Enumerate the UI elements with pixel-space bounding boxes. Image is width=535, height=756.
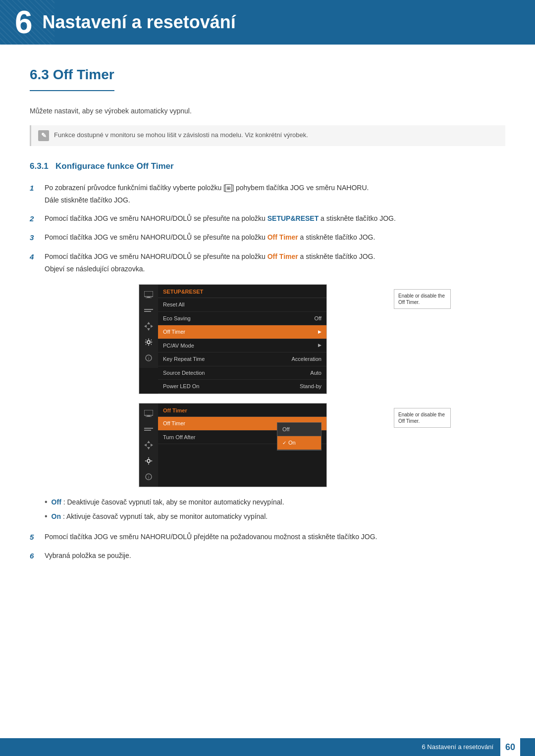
svg-rect-3	[144, 309, 153, 310]
svg-text:i: i	[148, 356, 149, 361]
icon-monitor-2	[144, 408, 154, 418]
step-subline: Objeví se následující obrazovka.	[45, 264, 505, 274]
subsection-number: 6.3.1	[30, 161, 49, 171]
osd-screenshot-2: i Off Timer Off Timer Turn Off After	[139, 403, 327, 487]
icon-info: i	[144, 353, 154, 363]
note-box: ✎ Funkce dostupné v monitoru se mohou li…	[30, 125, 505, 146]
svg-marker-7	[144, 325, 147, 328]
menu-header-1: SETUP&RESET	[158, 285, 326, 299]
chapter-number: 6	[15, 6, 33, 38]
tooltip-2: Enable or disable the Off Timer.	[394, 408, 451, 428]
menu-content-1: SETUP&RESET Reset All Eco Saving Off Off…	[158, 285, 326, 394]
step-content: Pomocí tlačítka JOG ve směru NAHORU/DOLŮ…	[45, 213, 505, 224]
icon-arrows-2	[144, 440, 154, 450]
screenshot1-wrapper: i SETUP&RESET Reset All Eco Saving Off	[139, 284, 386, 394]
svg-rect-13	[147, 415, 150, 416]
icon-monitor	[144, 290, 154, 300]
dropdown-overlay: Off ✓ On	[277, 422, 321, 451]
svg-rect-1	[147, 297, 150, 298]
step-content: Po zobrazení průvodce funkčními tlačítky…	[45, 183, 505, 205]
icon-arrows	[144, 321, 154, 331]
dropdown-item-on: ✓ On	[277, 436, 321, 450]
step-number-6: 6	[30, 551, 40, 562]
footer-bar: 6 Nastavení a resetování 60	[0, 738, 535, 756]
bullet-text-on: : Aktivuje časovač vypnutí tak, aby se m…	[63, 512, 268, 520]
step-item-5: 5 Pomocí tlačítka JOG ve směru NAHORU/DO…	[30, 532, 505, 543]
svg-marker-19	[144, 444, 147, 447]
menu-content-2: Off Timer Off Timer Turn Off After Off ✓…	[158, 403, 326, 445]
step-content-5: Pomocí tlačítka JOG ve směru NAHORU/DOLŮ…	[45, 532, 505, 542]
chapter-title: Nastavení a resetování	[43, 9, 236, 36]
sidebar-icons-2: i	[139, 403, 158, 487]
svg-rect-12	[144, 410, 153, 415]
icon-gear	[144, 337, 154, 347]
step-number: 1	[30, 183, 40, 194]
main-content: 6.3 Off Timer Můžete nastavit, aby se vý…	[0, 45, 535, 609]
icon-brightness	[144, 305, 154, 315]
note-icon: ✎	[38, 130, 49, 141]
svg-rect-14	[146, 416, 152, 417]
footer-page: 60	[500, 738, 520, 756]
step-item: 2 Pomocí tlačítka JOG ve směru NAHORU/DO…	[30, 213, 505, 225]
section-heading: 6.3 Off Timer	[30, 64, 114, 91]
section-number: 6.3	[30, 67, 49, 82]
sidebar-icons-1: i	[139, 285, 158, 368]
menu-item-source-detection: Source Detection Auto	[158, 366, 326, 380]
header-bar: 6 Nastavení a resetování	[0, 0, 535, 45]
intro-text: Můžete nastavit, aby se výrobek automati…	[30, 106, 505, 116]
svg-marker-6	[147, 328, 150, 331]
icon-info-2: i	[144, 472, 154, 482]
subsection-title: Konfigurace funkce Off Timer	[55, 161, 174, 171]
step-content-6: Vybraná položka se použije.	[45, 551, 505, 561]
footer-text: 6 Nastavení a resetování	[422, 742, 493, 752]
section-title: Off Timer	[53, 67, 114, 82]
svg-marker-20	[151, 444, 153, 447]
svg-rect-4	[144, 311, 151, 312]
tooltip-1: Enable or disable the Off Timer.	[394, 289, 451, 309]
step-item-6: 6 Vybraná položka se použije.	[30, 551, 505, 562]
step-content: Pomocí tlačítka JOG ve směru NAHORU/DOLŮ…	[45, 252, 505, 274]
svg-point-9	[147, 341, 150, 344]
svg-rect-16	[144, 430, 151, 431]
dropdown-item-off: Off	[277, 423, 321, 437]
step-number: 4	[30, 252, 40, 263]
menu-item-reset-all: Reset All	[158, 298, 326, 312]
menu-item-key-repeat: Key Repeat Time Acceleration	[158, 353, 326, 366]
bullet-list: • Off : Deaktivuje časovač vypnutí tak, …	[45, 497, 505, 522]
svg-text:i: i	[148, 475, 149, 480]
svg-marker-8	[151, 325, 153, 328]
step-subline: Dále stiskněte tlačítko JOG.	[45, 195, 505, 205]
bullet-term-on: On	[52, 512, 61, 520]
svg-rect-15	[144, 428, 153, 429]
svg-rect-0	[144, 291, 153, 297]
note-text: Funkce dostupné v monitoru se mohou liši…	[54, 130, 308, 140]
step-item: 4 Pomocí tlačítka JOG ve směru NAHORU/DO…	[30, 252, 505, 274]
subsection-heading: 6.3.1 Konfigurace funkce Off Timer	[30, 160, 505, 173]
step-content: Pomocí tlačítka JOG ve směru NAHORU/DOLŮ…	[45, 232, 505, 243]
steps-list: 1 Po zobrazení průvodce funkčními tlačít…	[30, 183, 505, 274]
highlight-setupreset: SETUP&RESET	[268, 214, 319, 222]
bullet-term-off: Off	[52, 498, 61, 506]
menu-item-off-timer: Off Timer ▶	[158, 325, 326, 339]
svg-marker-5	[147, 322, 150, 324]
screenshot2-wrapper: i Off Timer Off Timer Turn Off After	[139, 403, 386, 487]
bullet-item-off: • Off : Deaktivuje časovač vypnutí tak, …	[45, 497, 505, 507]
bullet-text-off: : Deaktivuje časovač vypnutí tak, aby se…	[63, 498, 284, 506]
svg-marker-18	[147, 447, 150, 450]
svg-rect-2	[146, 298, 152, 298]
osd-screenshot-1: i SETUP&RESET Reset All Eco Saving Off	[139, 284, 327, 394]
menu-item-power-led: Power LED On Stand-by	[158, 380, 326, 394]
screenshots-container: i SETUP&RESET Reset All Eco Saving Off	[139, 284, 505, 487]
icon-gear-2	[144, 456, 154, 466]
svg-point-21	[147, 459, 150, 462]
menu-item-pcav-mode: PC/AV Mode ▶	[158, 339, 326, 353]
steps-list-2: 5 Pomocí tlačítka JOG ve směru NAHORU/DO…	[30, 532, 505, 562]
step-number: 2	[30, 213, 40, 225]
svg-marker-17	[147, 441, 150, 443]
highlight-offtimer-3: Off Timer	[268, 233, 298, 241]
highlight-offtimer-4: Off Timer	[268, 252, 298, 260]
step-item: 3 Pomocí tlačítka JOG ve směru NAHORU/DO…	[30, 232, 505, 244]
submenu-header-2: Off Timer	[158, 403, 326, 417]
step-number: 3	[30, 232, 40, 244]
bullet-item-on: • On : Aktivuje časovač vypnutí tak, aby…	[45, 511, 505, 522]
